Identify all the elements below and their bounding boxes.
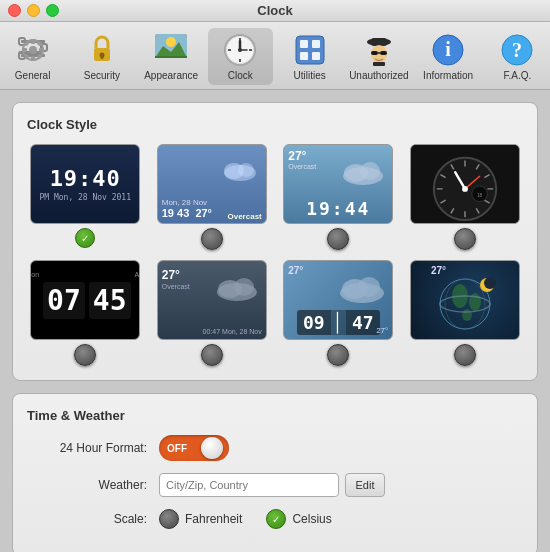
- edit-button[interactable]: Edit: [345, 473, 385, 497]
- clock-option-5[interactable]: Mon 07 45 AM: [27, 260, 144, 366]
- clock-preview-6[interactable]: 27° Overcast 00:47 Mon, 28 Nov: [157, 260, 267, 340]
- svg-point-7: [29, 46, 37, 54]
- faq-label: F.A.Q.: [503, 70, 531, 81]
- scale-label: Scale:: [27, 512, 147, 526]
- scale-row: Scale: Fahrenheit ✓ Celsius: [27, 509, 523, 529]
- clock-preview-7[interactable]: 27° 09 │ 47 27°: [283, 260, 393, 340]
- clock-knob-6[interactable]: [201, 344, 223, 366]
- appearance-icon: [153, 32, 189, 68]
- svg-point-77: [234, 278, 254, 296]
- window-title: Clock: [257, 3, 292, 18]
- toolbar-item-clock[interactable]: Clock: [208, 28, 273, 85]
- titlebar: Clock: [0, 0, 550, 22]
- svg-rect-23: [155, 56, 187, 58]
- toolbar-item-utilities[interactable]: Utilities: [277, 28, 342, 85]
- clock-knob-8[interactable]: [454, 344, 476, 366]
- svg-text:18: 18: [477, 193, 483, 198]
- clock-option-7[interactable]: 27° 09 │ 47 27°: [280, 260, 397, 366]
- svg-point-32: [238, 48, 242, 52]
- spy-icon: [361, 32, 397, 68]
- scale-options: Fahrenheit ✓ Celsius: [159, 509, 348, 529]
- clock-knob-3[interactable]: [327, 228, 349, 250]
- toolbar-item-appearance[interactable]: Appearance: [139, 28, 204, 85]
- appearance-label: Appearance: [144, 70, 198, 81]
- hour-format-toggle[interactable]: OFF: [159, 435, 229, 461]
- svg-rect-43: [380, 51, 387, 55]
- info-icon: i: [430, 32, 466, 68]
- clock-knob-7[interactable]: [327, 344, 349, 366]
- clock-preview-5[interactable]: Mon 07 45 AM: [30, 260, 140, 340]
- clock-knob-2[interactable]: [201, 228, 223, 250]
- svg-point-85: [462, 309, 472, 321]
- svg-rect-38: [312, 52, 320, 60]
- svg-rect-35: [300, 40, 308, 48]
- utilities-icon: [292, 32, 328, 68]
- toolbar-item-information[interactable]: i Information: [416, 28, 481, 85]
- celsius-option[interactable]: ✓ Celsius: [266, 509, 331, 529]
- svg-point-52: [238, 163, 254, 177]
- clock-selected-1: ✓: [75, 228, 95, 248]
- svg-text:i: i: [445, 38, 451, 60]
- clock-preview-3[interactable]: 27° Overcast 19:44: [283, 144, 393, 224]
- weather-label: Weather:: [27, 478, 147, 492]
- security-label: Security: [84, 70, 120, 81]
- clock-style-panel: Clock Style 19:40 PM Mon, 28 Nov 2011 ✓ …: [12, 102, 538, 381]
- svg-rect-40: [371, 38, 387, 46]
- svg-point-55: [360, 162, 380, 180]
- svg-point-89: [484, 277, 496, 289]
- clock-label: Clock: [228, 70, 253, 81]
- clock-option-1[interactable]: 19:40 PM Mon, 28 Nov 2011 ✓: [27, 144, 144, 250]
- svg-point-72: [462, 186, 468, 192]
- general-label: General: [15, 70, 51, 81]
- svg-rect-10: [22, 48, 27, 52]
- svg-rect-9: [31, 56, 35, 61]
- gear-icon: [15, 32, 51, 68]
- clock-grid: 19:40 PM Mon, 28 Nov 2011 ✓ Mon, 28 Nov …: [27, 144, 523, 366]
- unauthorized-label: Unauthorized: [349, 70, 408, 81]
- svg-rect-36: [312, 40, 320, 48]
- toolbar-item-security[interactable]: Security: [69, 28, 134, 85]
- fahrenheit-option[interactable]: Fahrenheit: [159, 509, 242, 529]
- clock-option-3[interactable]: 27° Overcast 19:44: [280, 144, 397, 250]
- svg-text:?: ?: [512, 39, 522, 61]
- clock-option-4[interactable]: 18: [407, 144, 524, 250]
- svg-rect-18: [100, 55, 103, 59]
- svg-rect-8: [31, 39, 35, 44]
- clock-preview-4[interactable]: 18: [410, 144, 520, 224]
- svg-rect-45: [373, 62, 385, 66]
- toolbar-item-faq[interactable]: ? F.A.Q.: [485, 28, 550, 85]
- weather-input[interactable]: [159, 473, 339, 497]
- clock-knob-5[interactable]: [74, 344, 96, 366]
- clock-preview-8[interactable]: 27°: [410, 260, 520, 340]
- clock-knob-4[interactable]: [454, 228, 476, 250]
- time-weather-title: Time & Weather: [27, 408, 523, 423]
- maximize-button[interactable]: [46, 4, 59, 17]
- information-label: Information: [423, 70, 473, 81]
- svg-point-80: [358, 277, 380, 297]
- toggle-text: OFF: [167, 443, 187, 454]
- toolbar-item-unauthorized[interactable]: Unauthorized: [346, 28, 411, 85]
- toolbar: General Security Appearan: [0, 22, 550, 90]
- lock-icon: [84, 32, 120, 68]
- celsius-radio[interactable]: ✓: [266, 509, 286, 529]
- clock-preview-2[interactable]: Mon, 28 Nov 19 43 27° Overcast: [157, 144, 267, 224]
- svg-rect-37: [300, 52, 308, 60]
- minimize-button[interactable]: [27, 4, 40, 17]
- svg-rect-34: [296, 36, 324, 64]
- utilities-label: Utilities: [294, 70, 326, 81]
- weather-row: Weather: Edit: [27, 473, 523, 497]
- svg-text:27°: 27°: [431, 265, 446, 276]
- svg-rect-11: [39, 48, 44, 52]
- clock-preview-1[interactable]: 19:40 PM Mon, 28 Nov 2011: [30, 144, 140, 224]
- toolbar-item-general[interactable]: General: [0, 28, 65, 85]
- main-content: Clock Style 19:40 PM Mon, 28 Nov 2011 ✓ …: [0, 90, 550, 552]
- clock-option-8[interactable]: 27°: [407, 260, 524, 366]
- hour-format-row: 24 Hour Format: OFF: [27, 435, 523, 461]
- close-button[interactable]: [8, 4, 21, 17]
- fahrenheit-radio[interactable]: [159, 509, 179, 529]
- clock-icon: [222, 32, 258, 68]
- svg-rect-42: [371, 51, 378, 55]
- clock-option-2[interactable]: Mon, 28 Nov 19 43 27° Overcast: [154, 144, 271, 250]
- clock-option-6[interactable]: 27° Overcast 00:47 Mon, 28 Nov: [154, 260, 271, 366]
- window-controls[interactable]: [8, 4, 59, 17]
